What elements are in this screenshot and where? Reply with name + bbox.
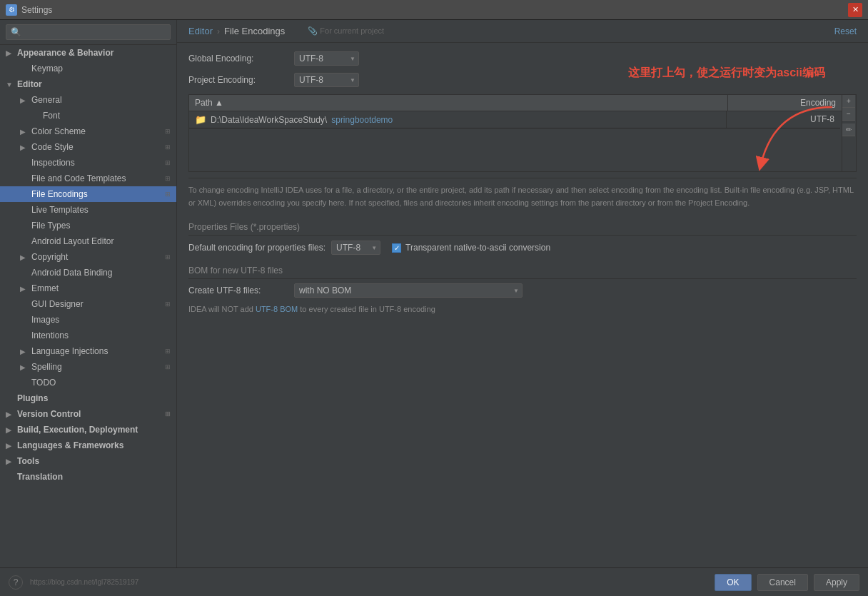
- idea-note: IDEA will NOT add UTF-8 BOM to every cre…: [188, 305, 857, 313]
- properties-section-title: Properties Files (*.properties): [188, 222, 857, 236]
- global-encoding-row: Global Encoding: UTF-8 UTF-16 ISO-8859-1: [188, 51, 857, 66]
- expand-spacer-translation: [6, 473, 14, 481]
- sidebar-item-emmet[interactable]: ▶ Emmet: [0, 281, 176, 296]
- expand-arrow-vc: ▶: [6, 410, 14, 418]
- sidebar-item-editor[interactable]: ▼ Editor: [0, 76, 176, 92]
- expand-arrow-copyright: ▶: [20, 253, 29, 261]
- table-col-path[interactable]: Path ▲: [189, 95, 727, 111]
- expand-arrow-tools: ▶: [6, 458, 14, 465]
- global-encoding-label: Global Encoding:: [188, 54, 288, 64]
- sidebar-item-spelling[interactable]: ▶ Spelling ⊞: [0, 359, 176, 375]
- main-container: ▶ Appearance & Behavior Keymap ▼ Editor …: [0, 20, 868, 567]
- sidebar-item-translation[interactable]: Translation: [0, 469, 176, 485]
- titlebar-title: Settings: [21, 5, 52, 15]
- search-input[interactable]: [6, 24, 171, 40]
- apply-button[interactable]: Apply: [814, 574, 859, 591]
- expand-arrow-spelling: ▶: [20, 363, 29, 371]
- close-button[interactable]: ✕: [848, 3, 862, 17]
- expand-spacer-file-code: [20, 175, 29, 183]
- default-encoding-row: Default encoding for properties files: U…: [188, 240, 857, 256]
- badge-spelling: ⊞: [165, 363, 171, 370]
- bom-section-title: BOM for new UTF-8 files: [188, 266, 857, 279]
- sidebar-item-code-style[interactable]: ▶ Code Style ⊞: [0, 139, 176, 155]
- sidebar-item-android-layout[interactable]: Android Layout Editor: [0, 233, 176, 249]
- sidebar-item-inspections[interactable]: Inspections ⊞: [0, 155, 176, 171]
- expand-spacer-file-enc: [20, 191, 29, 198]
- sidebar-item-languages-frameworks[interactable]: ▶ Languages & Frameworks: [0, 438, 176, 453]
- ok-button[interactable]: OK: [715, 574, 751, 591]
- sidebar-item-images[interactable]: Images: [0, 312, 176, 328]
- badge-lang: ⊞: [165, 348, 171, 355]
- sidebar-item-version-control[interactable]: ▶ Version Control ⊞: [0, 406, 176, 422]
- table-row[interactable]: 📁 D:\Data\IdeaWorkSpaceStudy\springbootd…: [189, 111, 840, 128]
- sidebar-item-tools[interactable]: ▶ Tools: [0, 453, 176, 469]
- expand-arrow-lf: ▶: [6, 442, 14, 450]
- bom-select[interactable]: with NO BOM with BOM with BOM if Windows…: [294, 283, 523, 298]
- checkbox-label: Transparent native-to-ascii conversion: [405, 243, 550, 253]
- remove-row-button[interactable]: −: [842, 108, 855, 121]
- badge-file-code: ⊞: [165, 175, 171, 182]
- badge-file-enc: ⊞: [165, 191, 171, 198]
- project-encoding-label: Project Encoding:: [188, 75, 288, 85]
- edit-row-button[interactable]: ✏: [842, 123, 855, 136]
- sidebar-item-live-templates[interactable]: Live Templates: [0, 202, 176, 218]
- bottom-bar: ? https://blog.csdn.net/lgl782519197 OK …: [0, 567, 868, 596]
- sidebar-item-appearance[interactable]: ▶ Appearance & Behavior: [0, 45, 176, 61]
- breadcrumb-separator: ›: [217, 26, 220, 36]
- ascii-conversion-checkbox[interactable]: [392, 243, 401, 253]
- help-button[interactable]: ?: [9, 575, 23, 590]
- default-encoding-select[interactable]: UTF-8 UTF-16: [331, 241, 380, 255]
- sidebar-item-todo[interactable]: TODO: [0, 375, 176, 390]
- folder-icon: 📁: [195, 114, 206, 125]
- expand-spacer-keymap: [20, 65, 29, 73]
- add-row-button[interactable]: +: [842, 95, 855, 108]
- expand-arrow-appearance: ▶: [6, 49, 14, 57]
- expand-spacer-filetypes: [20, 222, 29, 230]
- table-side-buttons: + − ✏: [842, 94, 857, 172]
- breadcrumb-parent: Editor: [188, 26, 213, 36]
- table-col-encoding[interactable]: Encoding: [727, 95, 842, 111]
- search-box[interactable]: [0, 20, 176, 45]
- sidebar-item-font[interactable]: Font: [0, 108, 176, 123]
- sidebar-item-general[interactable]: ▶ General: [0, 92, 176, 108]
- expand-arrow-color: ▶: [20, 128, 29, 136]
- project-encoding-select[interactable]: UTF-8 UTF-16 ISO-8859-1: [294, 73, 359, 87]
- global-encoding-select[interactable]: UTF-8 UTF-16 ISO-8859-1: [294, 51, 359, 66]
- sidebar-item-copyright[interactable]: ▶ Copyright ⊞: [0, 249, 176, 265]
- sidebar-item-file-encodings[interactable]: File Encodings ⊞: [0, 186, 176, 202]
- sidebar-item-plugins[interactable]: Plugins: [0, 390, 176, 406]
- expand-arrow-general: ▶: [20, 96, 29, 104]
- sidebar-item-gui-designer[interactable]: GUI Designer ⊞: [0, 296, 176, 312]
- expand-spacer-intentions: [20, 332, 29, 340]
- url-text: https://blog.csdn.net/lgl782519197: [30, 578, 138, 586]
- expand-arrow-editor: ▼: [6, 81, 14, 89]
- table-empty-space: [189, 128, 842, 171]
- sidebar: ▶ Appearance & Behavior Keymap ▼ Editor …: [0, 20, 177, 567]
- file-table-container: Path ▲ Encoding 📁 D:\Data\IdeaWorkSpaceS…: [188, 94, 857, 172]
- project-encoding-row: Project Encoding: UTF-8 UTF-16 ISO-8859-…: [188, 73, 857, 87]
- sidebar-item-intentions[interactable]: Intentions: [0, 328, 176, 343]
- project-encoding-select-wrapper: UTF-8 UTF-16 ISO-8859-1: [294, 73, 359, 87]
- badge-inspections: ⊞: [165, 159, 171, 166]
- sidebar-item-file-types[interactable]: File Types: [0, 218, 176, 233]
- sidebar-item-file-code-templates[interactable]: File and Code Templates ⊞: [0, 171, 176, 186]
- create-utf8-label: Create UTF-8 files:: [188, 286, 288, 296]
- expand-spacer-inspections: [20, 159, 29, 167]
- content-area: Editor › File Encodings 📎 For current pr…: [177, 20, 868, 567]
- bottom-right: OK Cancel Apply: [715, 574, 859, 591]
- utf8-bom-link[interactable]: UTF-8 BOM: [256, 305, 298, 313]
- sidebar-item-android-data-binding[interactable]: Android Data Binding: [0, 265, 176, 281]
- sidebar-item-language-injections[interactable]: ▶ Language Injections ⊞: [0, 343, 176, 359]
- badge-code-style: ⊞: [165, 143, 171, 151]
- expand-spacer-android: [20, 238, 29, 246]
- global-encoding-select-wrapper: UTF-8 UTF-16 ISO-8859-1: [294, 51, 359, 66]
- table-cell-path: 📁 D:\Data\IdeaWorkSpaceStudy\springbootd…: [189, 111, 726, 128]
- expand-spacer-images: [20, 316, 29, 324]
- sidebar-item-build-exec[interactable]: ▶ Build, Execution, Deployment: [0, 422, 176, 438]
- reset-button[interactable]: Reset: [834, 26, 857, 36]
- cancel-button[interactable]: Cancel: [757, 574, 808, 591]
- sidebar-item-color-scheme[interactable]: ▶ Color Scheme ⊞: [0, 123, 176, 139]
- expand-spacer-font: [31, 112, 40, 120]
- breadcrumb-left: Editor › File Encodings 📎 For current pr…: [188, 26, 384, 36]
- sidebar-item-keymap[interactable]: Keymap: [0, 61, 176, 76]
